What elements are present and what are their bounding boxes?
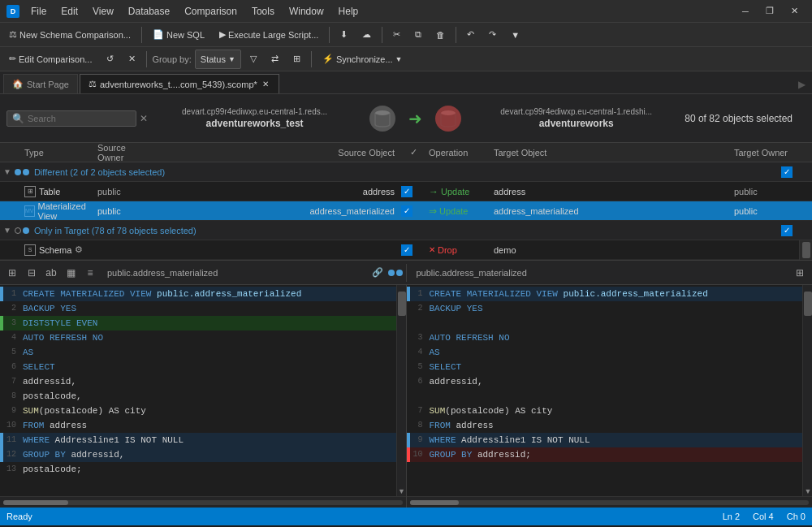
left-dot-1 xyxy=(388,270,395,276)
table-row-address-materialized[interactable]: MV Materialized View public address_mate… xyxy=(0,201,812,221)
search-box[interactable]: 🔍 ✕ xyxy=(6,110,136,127)
new-sql-button[interactable]: 📄 New SQL xyxy=(147,25,210,45)
group-row-only-target[interactable]: ▼ Only in Target (78 of 78 objects selec… xyxy=(0,221,812,240)
cell-schema-op-label: Drop xyxy=(438,245,457,255)
cell-tgt-owner-mv: public xyxy=(734,206,799,216)
right-line-6: 5 SELECT xyxy=(407,360,813,374)
minimize-button[interactable]: ─ xyxy=(734,3,757,19)
group-different-check[interactable] xyxy=(775,166,799,178)
grid-button[interactable]: ⊞ xyxy=(287,50,306,69)
tab-overflow-icon[interactable]: ▶ xyxy=(795,76,809,93)
left-vscroll[interactable]: ▼ xyxy=(396,285,406,496)
execute-script-button[interactable]: ▶ Execute Large Script... xyxy=(214,25,324,45)
sync-chevron-icon: ▼ xyxy=(395,55,403,63)
table-row-address[interactable]: ⊞ Table public address → Update address … xyxy=(0,182,812,201)
left-code-content[interactable]: 1 CREATE MATERIALIZED VIEW public.addres… xyxy=(0,285,406,496)
cell-src-owner-mv: public xyxy=(97,206,154,216)
status-ch: Ch 0 xyxy=(787,512,806,521)
code-btn-1[interactable]: ⊞ xyxy=(3,264,21,282)
left-hscroll[interactable] xyxy=(0,496,406,508)
code-panels: 1 CREATE MATERIALIZED VIEW public.addres… xyxy=(0,285,812,508)
header-source-owner: Source Owner xyxy=(97,143,154,162)
upload-btn[interactable]: ☁ xyxy=(356,25,377,45)
restore-button[interactable]: ❐ xyxy=(758,3,781,19)
cell-src-obj-mv: address_materialized xyxy=(154,206,401,216)
right-vscroll-thumb[interactable] xyxy=(804,292,812,316)
start-page-icon: 🏠 xyxy=(12,79,24,89)
cell-check-table[interactable] xyxy=(401,186,425,197)
right-hscroll-track[interactable] xyxy=(410,500,810,505)
menu-tools[interactable]: Tools xyxy=(245,4,281,19)
menu-file[interactable]: File xyxy=(24,4,53,19)
left-vscroll-down[interactable]: ▼ xyxy=(397,486,407,496)
left-hscroll-track[interactable] xyxy=(3,500,403,505)
copy-btn[interactable]: ⧉ xyxy=(409,25,427,45)
group-only-target-expand-icon[interactable]: ▼ xyxy=(3,226,11,235)
cell-check-schema[interactable] xyxy=(401,244,425,256)
refresh-button[interactable]: ↺ xyxy=(101,50,119,69)
group-different-checkbox[interactable] xyxy=(781,166,793,178)
menu-database[interactable]: Database xyxy=(122,4,176,19)
edit-comparison-button[interactable]: ✏ Edit Comparison... xyxy=(3,50,97,69)
left-hscroll-thumb[interactable] xyxy=(3,500,68,505)
cell-tgt-owner-table: public xyxy=(734,187,799,197)
source-connection: devart.cp99r4ediwxp.eu-central-1.reds...… xyxy=(146,107,363,129)
menu-help[interactable]: Help xyxy=(332,4,365,19)
cell-check-mv[interactable] xyxy=(401,205,425,217)
left-line-10: 10 FROM address xyxy=(0,418,406,433)
cut-btn[interactable]: ✂ xyxy=(387,25,406,45)
code-icon-3: ab xyxy=(45,267,56,279)
right-line5-text: AS xyxy=(430,345,440,360)
new-schema-comparison-button[interactable]: ⚖ New Schema Comparison... xyxy=(3,25,136,45)
table-row-schema-demo[interactable]: S Schema ⚙ ✕ Drop demo xyxy=(0,240,812,260)
code-btn-5[interactable]: ≡ xyxy=(81,264,99,282)
delete-btn[interactable]: 🗑 xyxy=(430,25,451,45)
group-only-target-checkbox[interactable] xyxy=(781,225,793,236)
left-line5-text: AS xyxy=(23,345,33,360)
menu-edit[interactable]: Edit xyxy=(54,4,84,19)
tab-close-icon[interactable]: ✕ xyxy=(261,80,270,89)
cell-mv-op-label: Update xyxy=(439,206,468,216)
menu-window[interactable]: Window xyxy=(283,4,330,19)
more-btn[interactable]: ▼ xyxy=(505,25,525,45)
right-hscroll[interactable] xyxy=(407,496,813,508)
left-vscroll-thumb[interactable] xyxy=(398,292,406,316)
redo-btn[interactable]: ↷ xyxy=(483,25,502,45)
group-only-target-check[interactable] xyxy=(775,225,799,236)
table-checkbox[interactable] xyxy=(401,186,412,197)
tab-start-page[interactable]: 🏠 Start Page xyxy=(3,74,78,93)
filter-button[interactable]: ▽ xyxy=(244,50,262,69)
synchronize-button[interactable]: ⚡ Synchronize... ▼ xyxy=(317,50,408,69)
right-line3-marker xyxy=(407,316,410,330)
right-vscroll[interactable]: ▼ xyxy=(802,285,812,496)
download-btn[interactable]: ⬇ xyxy=(335,25,353,45)
code-btn-3[interactable]: ab xyxy=(42,264,60,282)
group-expand-icon[interactable]: ▼ xyxy=(3,167,11,176)
header-check: ✓ xyxy=(401,147,425,158)
schema-checkbox[interactable] xyxy=(401,244,412,256)
stop-button[interactable]: ✕ xyxy=(123,50,141,69)
header-target-object: Target Object xyxy=(490,148,734,158)
code-btn-4[interactable]: ▦ xyxy=(62,264,80,282)
refresh2-button[interactable]: ⇄ xyxy=(266,50,284,69)
code-btn-2[interactable]: ⊟ xyxy=(23,264,41,282)
menu-comparison[interactable]: Comparison xyxy=(178,4,244,19)
right-code-content[interactable]: 1 CREATE MATERIALIZED VIEW public.addres… xyxy=(407,285,813,496)
tab-scomp[interactable]: ⚖ adventureworks_t....com_5439).scomp* ✕ xyxy=(80,74,279,93)
mv-checkbox[interactable] xyxy=(401,205,412,217)
menu-view[interactable]: View xyxy=(86,4,120,19)
code-area: ⊞ ⊟ ab ▦ ≡ public.address_materialized 🔗… xyxy=(0,261,812,508)
right-hscroll-thumb[interactable] xyxy=(410,500,459,505)
right-vscroll-down[interactable]: ▼ xyxy=(803,486,812,496)
execute-icon: ▶ xyxy=(219,29,226,40)
undo-icon: ↶ xyxy=(467,29,474,40)
undo-btn[interactable]: ↶ xyxy=(461,25,480,45)
group-by-dropdown[interactable]: Status ▼ xyxy=(195,50,241,69)
search-input[interactable] xyxy=(28,114,140,123)
group-row-different[interactable]: ▼ Different (2 of 2 objects selected) xyxy=(0,162,812,182)
close-button[interactable]: ✕ xyxy=(783,3,806,19)
menu-bar: File Edit View Database Comparison Tools… xyxy=(24,4,734,19)
table-vscroll[interactable] xyxy=(799,240,812,260)
right-code-btn[interactable]: ⊞ xyxy=(791,264,809,282)
left-line-6: 6 SELECT xyxy=(0,360,406,374)
